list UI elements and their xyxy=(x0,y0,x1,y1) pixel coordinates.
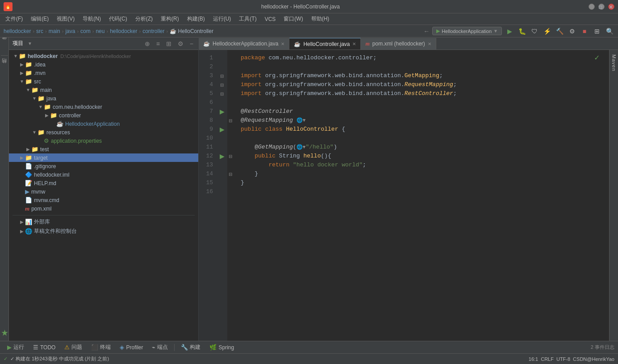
event-log-badge[interactable]: 2 事件日志 xyxy=(591,344,614,351)
bottom-problems[interactable]: ⚠ 问题 xyxy=(61,343,86,352)
fold-icon-3[interactable]: ⊟ xyxy=(220,74,224,79)
nav-hellodocker[interactable]: hellodocker xyxy=(4,28,31,34)
sidebar-locate-btn[interactable]: ⊕ xyxy=(143,40,151,48)
tree-external-libs[interactable]: ▶ 📊 外部库 xyxy=(9,217,198,227)
menu-vcs[interactable]: VCS xyxy=(261,15,280,23)
bottom-spring[interactable]: 🌿 Spring xyxy=(206,343,238,352)
tab-pom[interactable]: m pom.xml (hellodocker) ✕ xyxy=(361,38,436,50)
menu-help[interactable]: 帮助(H) xyxy=(308,14,333,24)
tab-close-controller[interactable]: ✕ xyxy=(352,41,356,46)
menu-run[interactable]: 运行(U) xyxy=(209,14,235,24)
toolbar-update[interactable]: ■ xyxy=(580,26,589,36)
bookmark-icon[interactable]: ★ xyxy=(1,329,8,337)
maximize-button[interactable]: □ xyxy=(598,4,605,10)
run-gutter-9[interactable]: ▶ xyxy=(220,126,225,133)
nav-main[interactable]: main xyxy=(49,28,60,34)
tree-app-props[interactable]: ▶ ⚙ application.properties xyxy=(9,136,198,145)
menu-navigate[interactable]: 导航(N) xyxy=(79,14,104,24)
tree-package[interactable]: ▼ 📁 com.neu.hellodocker xyxy=(9,103,198,111)
nav-src[interactable]: src xyxy=(36,28,43,34)
nav-neu[interactable]: neu xyxy=(96,28,104,34)
tree-target[interactable]: ▶ 📁 target xyxy=(9,153,198,162)
tree-iml[interactable]: ▶ 🔷 hellodocker.iml xyxy=(9,170,198,179)
minimize-button[interactable] xyxy=(589,4,595,10)
nav-back[interactable]: ← xyxy=(423,28,430,35)
sidebar-collapse-btn[interactable]: ≡ xyxy=(155,40,161,48)
profile-button[interactable]: ⚡ xyxy=(542,26,552,36)
run-config[interactable]: ▶ HellodockerApplication ▼ xyxy=(432,27,502,35)
status-bar: ✓ ✓ 构建在 1秒243毫秒 中成功完成 (片刻 之前) 16:1 CRLF … xyxy=(0,353,618,364)
tree-main[interactable]: ▼ 📁 main xyxy=(9,86,198,94)
fold-12[interactable]: ⊟ xyxy=(229,154,232,159)
sidebar-dropdown-icon[interactable]: ▼ xyxy=(28,41,32,46)
bottom-run[interactable]: ▶ 运行 xyxy=(4,343,28,352)
menu-refactor[interactable]: 重构(R) xyxy=(157,14,183,24)
bottom-todo[interactable]: ☰ TODO xyxy=(29,343,59,352)
tree-mvn[interactable]: ▶ 📁 .mvn xyxy=(9,69,198,77)
nav-java[interactable]: java xyxy=(65,28,75,34)
tree-hellodocker-app[interactable]: ▶ ☕ HellodockerApplication xyxy=(9,120,198,128)
tree-controller[interactable]: ▶ 📁 controller xyxy=(9,111,198,120)
tree-root-label: hellodocker xyxy=(28,53,58,59)
sidebar-more-btn[interactable]: ⊞ xyxy=(165,40,173,48)
tree-scratches[interactable]: ▶ 🌐 草稿文件和控制台 xyxy=(9,227,198,236)
fold-14[interactable]: ⊟ xyxy=(229,172,232,177)
run-button[interactable]: ▶ xyxy=(505,26,514,36)
tree-mvnw-cmd[interactable]: ▶ 📄 mvnw.cmd xyxy=(9,196,198,204)
tree-java[interactable]: ▼ 📁 java xyxy=(9,94,198,103)
menu-view[interactable]: 视图(V) xyxy=(53,14,78,24)
menu-code[interactable]: 代码(C) xyxy=(105,14,131,24)
bottom-endpoints[interactable]: ⌁ 端点 xyxy=(148,343,171,352)
fold-icon-5[interactable]: ⊟ xyxy=(220,91,224,96)
status-position[interactable]: 16:1 xyxy=(529,356,538,362)
toolbar-search[interactable]: 🔍 xyxy=(605,26,614,36)
sidebar-label-structure[interactable]: 结构 xyxy=(0,66,8,69)
toolbar-settings[interactable]: ⚙ xyxy=(567,26,577,36)
tree-gitignore[interactable]: ▶ 📄 .gitignore xyxy=(9,162,198,170)
fold-icon-4[interactable]: ⊟ xyxy=(220,83,224,87)
sidebar-settings-btn[interactable]: ⚙ xyxy=(176,40,185,48)
tree-pom[interactable]: ▶ m pom.xml xyxy=(9,204,198,213)
maven-panel-label[interactable]: Maven xyxy=(610,52,618,74)
close-button[interactable]: ✕ xyxy=(608,4,614,10)
debug-button[interactable]: 🐛 xyxy=(517,26,527,36)
tree-test[interactable]: ▶ 📁 test xyxy=(9,145,198,153)
tab-close-pom[interactable]: ✕ xyxy=(428,41,431,46)
sidebar-title: 项目 xyxy=(13,40,23,47)
status-crlf[interactable]: CRLF xyxy=(541,356,554,362)
toolbar-build[interactable]: 🔨 xyxy=(555,26,564,36)
tree-src[interactable]: ▼ 📁 src xyxy=(9,77,198,86)
menu-analyze[interactable]: 分析(Z) xyxy=(132,14,156,24)
run-gutter-12[interactable]: ▶ xyxy=(220,153,225,160)
tree-mvnw[interactable]: ▶ ▶ mvnw xyxy=(9,187,198,196)
nav-hellodocker2[interactable]: hellodocker xyxy=(110,28,137,34)
menu-bar: 文件(F) 编辑(E) 视图(V) 导航(N) 代码(C) 分析(Z) 重构(R… xyxy=(0,13,618,25)
status-charset[interactable]: UTF-8 xyxy=(556,356,570,362)
problems-icon: ⚠ xyxy=(64,344,70,351)
run-gutter-7[interactable]: ▶ xyxy=(220,108,225,115)
tab-hellodocker-app[interactable]: ☕ HellodockerApplication.java ✕ xyxy=(199,38,289,50)
sidebar-label-favorites[interactable]: 收藏 xyxy=(0,42,8,46)
menu-window[interactable]: 窗口(W) xyxy=(280,14,306,24)
sidebar-hide-btn[interactable]: − xyxy=(188,40,195,48)
tree-resources[interactable]: ▼ 📁 resources xyxy=(9,128,198,136)
bottom-build[interactable]: 🔧 构建 xyxy=(177,343,204,352)
tab-close-app[interactable]: ✕ xyxy=(281,41,284,46)
menu-edit[interactable]: 编辑(E) xyxy=(27,14,52,24)
menu-tools[interactable]: 工具(T) xyxy=(235,14,260,24)
code-area[interactable]: package com.neu.hellodocker.controller; … xyxy=(234,50,609,341)
coverage-button[interactable]: 🛡 xyxy=(530,26,539,36)
bottom-profiler[interactable]: ◈ Profiler xyxy=(116,343,146,352)
tree-help-md[interactable]: ▶ 📝 HELP.md xyxy=(9,179,198,187)
nav-controller[interactable]: controller xyxy=(142,28,164,34)
bottom-terminal[interactable]: ⬛ 终端 xyxy=(88,343,114,352)
title-bar: 🔥 hellodocker - HelloController.java □ ✕ xyxy=(0,0,618,13)
menu-file[interactable]: 文件(F) xyxy=(2,14,26,24)
fold-8[interactable]: ⊟ xyxy=(229,118,232,123)
toolbar-layout[interactable]: ⊞ xyxy=(592,26,602,36)
menu-build[interactable]: 构建(B) xyxy=(184,14,209,24)
nav-com[interactable]: com xyxy=(80,28,91,34)
tree-idea[interactable]: ▶ 📁 .idea xyxy=(9,60,198,69)
tab-hello-controller[interactable]: ☕ HelloController.java ✕ xyxy=(289,38,361,50)
tree-root[interactable]: ▼ 📁 hellodocker D:\Code\java\Henrik\hell… xyxy=(9,52,198,60)
